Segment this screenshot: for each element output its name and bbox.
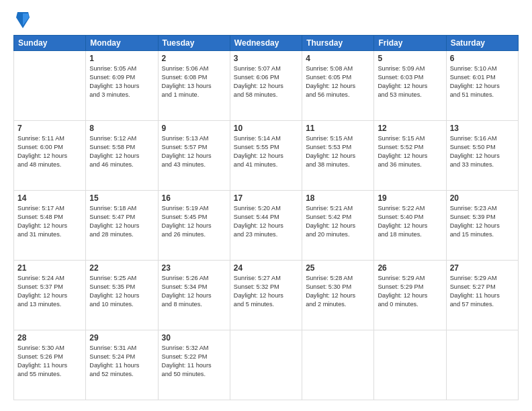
day-info: Sunrise: 5:25 AM Sunset: 5:35 PM Dayligh… [89, 274, 154, 309]
day-info: Sunrise: 5:05 AM Sunset: 6:09 PM Dayligh… [89, 64, 154, 99]
day-number: 13 [450, 124, 515, 133]
calendar-cell: 27Sunrise: 5:29 AM Sunset: 5:27 PM Dayli… [446, 261, 518, 330]
calendar-cell: 26Sunrise: 5:29 AM Sunset: 5:29 PM Dayli… [374, 261, 446, 330]
weekday-header-saturday: Saturday [446, 36, 518, 51]
day-info: Sunrise: 5:09 AM Sunset: 6:03 PM Dayligh… [378, 64, 442, 99]
day-info: Sunrise: 5:21 AM Sunset: 5:42 PM Dayligh… [306, 204, 370, 239]
weekday-header-sunday: Sunday [14, 36, 86, 51]
day-number: 3 [234, 54, 298, 63]
day-info: Sunrise: 5:11 AM Sunset: 6:00 PM Dayligh… [17, 134, 82, 169]
calendar-cell: 30Sunrise: 5:32 AM Sunset: 5:22 PM Dayli… [158, 330, 230, 400]
day-number: 19 [378, 193, 442, 203]
calendar-cell: 9Sunrise: 5:13 AM Sunset: 5:57 PM Daylig… [158, 121, 230, 191]
weekday-header-wednesday: Wednesday [230, 36, 302, 51]
calendar-cell [302, 330, 374, 400]
week-row-2: 14Sunrise: 5:17 AM Sunset: 5:48 PM Dayli… [14, 191, 519, 261]
day-number: 23 [162, 263, 226, 273]
calendar-cell [14, 51, 86, 121]
calendar-cell [230, 330, 302, 400]
calendar-cell: 28Sunrise: 5:30 AM Sunset: 5:26 PM Dayli… [14, 330, 86, 400]
day-info: Sunrise: 5:13 AM Sunset: 5:57 PM Dayligh… [162, 134, 226, 169]
weekday-header-monday: Monday [86, 36, 158, 51]
day-info: Sunrise: 5:27 AM Sunset: 5:32 PM Dayligh… [234, 274, 298, 309]
calendar-cell: 21Sunrise: 5:24 AM Sunset: 5:37 PM Dayli… [14, 261, 86, 330]
day-info: Sunrise: 5:22 AM Sunset: 5:40 PM Dayligh… [378, 204, 442, 239]
day-info: Sunrise: 5:06 AM Sunset: 6:08 PM Dayligh… [162, 64, 226, 99]
calendar-cell: 20Sunrise: 5:23 AM Sunset: 5:39 PM Dayli… [446, 191, 518, 261]
day-info: Sunrise: 5:15 AM Sunset: 5:52 PM Dayligh… [378, 134, 442, 169]
calendar-cell: 22Sunrise: 5:25 AM Sunset: 5:35 PM Dayli… [86, 261, 158, 330]
calendar-cell: 12Sunrise: 5:15 AM Sunset: 5:52 PM Dayli… [374, 121, 446, 191]
day-info: Sunrise: 5:26 AM Sunset: 5:34 PM Dayligh… [162, 274, 226, 309]
week-row-0: 1Sunrise: 5:05 AM Sunset: 6:09 PM Daylig… [14, 51, 519, 121]
calendar-cell: 2Sunrise: 5:06 AM Sunset: 6:08 PM Daylig… [158, 51, 230, 121]
day-number: 6 [450, 54, 515, 63]
day-number: 24 [234, 263, 298, 273]
day-number: 17 [234, 193, 298, 203]
calendar-cell [374, 330, 446, 400]
page: SundayMondayTuesdayWednesdayThursdayFrid… [0, 0, 532, 411]
day-number: 14 [17, 193, 82, 203]
calendar-cell: 19Sunrise: 5:22 AM Sunset: 5:40 PM Dayli… [374, 191, 446, 261]
calendar-cell: 16Sunrise: 5:19 AM Sunset: 5:45 PM Dayli… [158, 191, 230, 261]
day-info: Sunrise: 5:20 AM Sunset: 5:44 PM Dayligh… [234, 204, 298, 239]
header [13, 11, 519, 30]
calendar-cell: 14Sunrise: 5:17 AM Sunset: 5:48 PM Dayli… [14, 191, 86, 261]
calendar-cell: 5Sunrise: 5:09 AM Sunset: 6:03 PM Daylig… [374, 51, 446, 121]
logo-icon [15, 11, 31, 30]
day-number: 16 [162, 193, 226, 203]
day-info: Sunrise: 5:07 AM Sunset: 6:06 PM Dayligh… [234, 64, 298, 99]
day-number: 30 [162, 333, 226, 342]
week-row-1: 7Sunrise: 5:11 AM Sunset: 6:00 PM Daylig… [14, 121, 519, 191]
day-number: 2 [162, 54, 226, 63]
day-number: 8 [89, 124, 154, 133]
day-info: Sunrise: 5:30 AM Sunset: 5:26 PM Dayligh… [17, 344, 82, 379]
day-number: 15 [89, 193, 154, 203]
day-info: Sunrise: 5:15 AM Sunset: 5:53 PM Dayligh… [306, 134, 370, 169]
day-number: 25 [306, 263, 370, 273]
calendar-cell: 7Sunrise: 5:11 AM Sunset: 6:00 PM Daylig… [14, 121, 86, 191]
day-info: Sunrise: 5:29 AM Sunset: 5:29 PM Dayligh… [378, 274, 442, 309]
day-info: Sunrise: 5:08 AM Sunset: 6:05 PM Dayligh… [306, 64, 370, 99]
calendar-cell: 1Sunrise: 5:05 AM Sunset: 6:09 PM Daylig… [86, 51, 158, 121]
day-number: 9 [162, 124, 226, 133]
day-info: Sunrise: 5:31 AM Sunset: 5:24 PM Dayligh… [89, 344, 154, 379]
weekday-header-tuesday: Tuesday [158, 36, 230, 51]
day-info: Sunrise: 5:29 AM Sunset: 5:27 PM Dayligh… [450, 274, 515, 309]
calendar-cell: 24Sunrise: 5:27 AM Sunset: 5:32 PM Dayli… [230, 261, 302, 330]
calendar-cell: 11Sunrise: 5:15 AM Sunset: 5:53 PM Dayli… [302, 121, 374, 191]
day-info: Sunrise: 5:32 AM Sunset: 5:22 PM Dayligh… [162, 344, 226, 379]
day-info: Sunrise: 5:17 AM Sunset: 5:48 PM Dayligh… [17, 204, 82, 239]
calendar-cell: 3Sunrise: 5:07 AM Sunset: 6:06 PM Daylig… [230, 51, 302, 121]
day-number: 10 [234, 124, 298, 133]
day-number: 28 [17, 333, 82, 342]
calendar-cell: 13Sunrise: 5:16 AM Sunset: 5:50 PM Dayli… [446, 121, 518, 191]
calendar-cell: 10Sunrise: 5:14 AM Sunset: 5:55 PM Dayli… [230, 121, 302, 191]
day-info: Sunrise: 5:19 AM Sunset: 5:45 PM Dayligh… [162, 204, 226, 239]
day-info: Sunrise: 5:10 AM Sunset: 6:01 PM Dayligh… [450, 64, 515, 99]
calendar-cell [446, 330, 518, 400]
calendar-cell: 25Sunrise: 5:28 AM Sunset: 5:30 PM Dayli… [302, 261, 374, 330]
calendar-body: 1Sunrise: 5:05 AM Sunset: 6:09 PM Daylig… [14, 51, 519, 400]
day-number: 11 [306, 124, 370, 133]
weekday-header-thursday: Thursday [302, 36, 374, 51]
day-info: Sunrise: 5:18 AM Sunset: 5:47 PM Dayligh… [89, 204, 154, 239]
day-info: Sunrise: 5:23 AM Sunset: 5:39 PM Dayligh… [450, 204, 515, 239]
weekday-header-friday: Friday [374, 36, 446, 51]
day-number: 20 [450, 193, 515, 203]
calendar-cell: 6Sunrise: 5:10 AM Sunset: 6:01 PM Daylig… [446, 51, 518, 121]
calendar-cell: 23Sunrise: 5:26 AM Sunset: 5:34 PM Dayli… [158, 261, 230, 330]
day-info: Sunrise: 5:24 AM Sunset: 5:37 PM Dayligh… [17, 274, 82, 309]
day-number: 1 [89, 54, 154, 63]
day-info: Sunrise: 5:28 AM Sunset: 5:30 PM Dayligh… [306, 274, 370, 309]
weekday-row: SundayMondayTuesdayWednesdayThursdayFrid… [14, 36, 519, 51]
day-number: 4 [306, 54, 370, 63]
day-number: 5 [378, 54, 442, 63]
day-number: 18 [306, 193, 370, 203]
day-info: Sunrise: 5:12 AM Sunset: 5:58 PM Dayligh… [89, 134, 154, 169]
calendar-cell: 29Sunrise: 5:31 AM Sunset: 5:24 PM Dayli… [86, 330, 158, 400]
day-number: 21 [17, 263, 82, 273]
calendar-header: SundayMondayTuesdayWednesdayThursdayFrid… [14, 36, 519, 51]
day-number: 26 [378, 263, 442, 273]
calendar: SundayMondayTuesdayWednesdayThursdayFrid… [13, 35, 519, 400]
